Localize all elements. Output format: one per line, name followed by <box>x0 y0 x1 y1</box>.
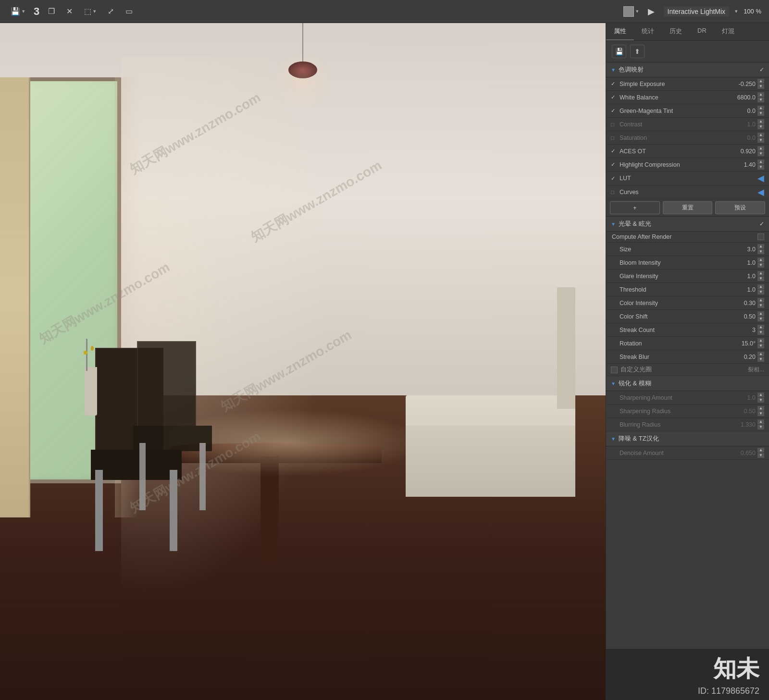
bloom-intensity-stepper[interactable]: ▲ ▼ <box>757 258 764 268</box>
highlight-comp-up[interactable]: ▲ <box>757 160 764 164</box>
threshold-value: 1.0 <box>724 286 757 293</box>
denoise-amount-down[interactable]: ▼ <box>757 453 764 458</box>
select-button[interactable]: ⬚ ▾ <box>81 5 99 18</box>
threshold-down[interactable]: ▼ <box>757 290 764 295</box>
duplicate-icon: ❐ <box>48 7 55 16</box>
rotation-stepper[interactable]: ▲ ▼ <box>757 338 764 348</box>
gm-tint-stepper[interactable]: ▲ ▼ <box>757 106 764 116</box>
size-up[interactable]: ▲ <box>757 244 764 249</box>
size-down[interactable]: ▼ <box>757 249 764 254</box>
saturation-check[interactable]: □ <box>611 135 619 141</box>
section-denoise[interactable]: ▼ 降噪 & TZ汉化 <box>606 431 769 446</box>
panel-load-button[interactable]: ⬆ <box>630 45 645 58</box>
tab-lightmix[interactable]: 灯混 <box>714 23 742 40</box>
aces-ot-stepper[interactable]: ▲ ▼ <box>757 146 764 156</box>
expand-button[interactable]: ⤢ <box>105 5 117 18</box>
size-stepper[interactable]: ▲ ▼ <box>757 244 764 254</box>
blurring-radius-up[interactable]: ▲ <box>757 419 764 424</box>
rotation-down[interactable]: ▼ <box>757 344 764 348</box>
contrast-up[interactable]: ▲ <box>757 119 764 124</box>
streak-blur-stepper[interactable]: ▲ ▼ <box>757 352 764 362</box>
contrast-check[interactable]: □ <box>611 122 619 127</box>
bloom-intensity-up[interactable]: ▲ <box>757 258 764 262</box>
glare-intensity-stepper[interactable]: ▲ ▼ <box>757 271 764 281</box>
aces-ot-down[interactable]: ▼ <box>757 151 764 156</box>
curves-color-indicator[interactable]: ◀ <box>757 187 764 197</box>
streak-blur-up[interactable]: ▲ <box>757 352 764 356</box>
section-sharpen-blur[interactable]: ▼ 锐化 & 模糊 <box>606 376 769 391</box>
tab-properties[interactable]: 属性 <box>606 23 634 40</box>
saturation-stepper[interactable]: ▲ ▼ <box>757 133 764 143</box>
glare-intensity-down[interactable]: ▼ <box>757 276 764 281</box>
color-shift-down[interactable]: ▼ <box>757 317 764 321</box>
sharpening-amount-down[interactable]: ▼ <box>757 398 764 403</box>
simple-exposure-down[interactable]: ▼ <box>757 84 764 89</box>
preset-button[interactable]: 预设 <box>715 201 765 214</box>
white-balance-down[interactable]: ▼ <box>757 98 764 102</box>
tab-dr[interactable]: DR <box>690 23 714 40</box>
sharpening-amount-stepper[interactable]: ▲ ▼ <box>757 393 764 403</box>
color-shift-up[interactable]: ▲ <box>757 311 764 316</box>
color-intensity-down[interactable]: ▼ <box>757 303 764 308</box>
threshold-stepper[interactable]: ▲ ▼ <box>757 284 764 295</box>
section-tone-mapping[interactable]: ▼ 色调映射 ✓ <box>606 62 769 77</box>
gm-tint-check[interactable]: ✓ <box>611 108 619 114</box>
layout-button[interactable]: ▭ <box>123 5 136 18</box>
play-button[interactable]: ▶ <box>645 5 658 18</box>
lut-check[interactable]: ✓ <box>611 175 619 182</box>
glare-intensity-up[interactable]: ▲ <box>757 271 764 276</box>
aperture-checkbox[interactable] <box>611 367 618 373</box>
denoise-amount-stepper[interactable]: ▲ ▼ <box>757 448 764 458</box>
bloom-intensity-down[interactable]: ▼ <box>757 263 764 268</box>
sharpening-radius-up[interactable]: ▲ <box>757 406 764 411</box>
aces-ot-check[interactable]: ✓ <box>611 148 619 154</box>
curves-check[interactable]: □ <box>611 189 619 195</box>
contrast-stepper[interactable]: ▲ ▼ <box>757 119 764 129</box>
streak-count-up[interactable]: ▲ <box>757 325 764 330</box>
simple-exposure-stepper[interactable]: ▲ ▼ <box>757 79 764 89</box>
highlight-comp-stepper[interactable]: ▲ ▼ <box>757 160 764 170</box>
sharpening-radius-down[interactable]: ▼ <box>757 411 764 416</box>
color-shift-stepper[interactable]: ▲ ▼ <box>757 311 764 321</box>
sharpening-amount-up[interactable]: ▲ <box>757 393 764 397</box>
tab-history[interactable]: 历史 <box>662 23 690 40</box>
gm-tint-down[interactable]: ▼ <box>757 111 764 116</box>
close-button[interactable]: ✕ <box>63 5 75 18</box>
lut-color-indicator[interactable]: ◀ <box>757 173 764 184</box>
white-balance-up[interactable]: ▲ <box>757 92 764 97</box>
add-button[interactable]: + <box>610 201 660 214</box>
streak-count-stepper[interactable]: ▲ ▼ <box>757 325 764 335</box>
saturation-down[interactable]: ▼ <box>757 138 764 143</box>
gm-tint-up[interactable]: ▲ <box>757 106 764 111</box>
blurring-radius-down[interactable]: ▼ <box>757 425 764 430</box>
contrast-down[interactable]: ▼ <box>757 124 764 129</box>
section-bloom-glare[interactable]: ▼ 光晕 & 眩光 ✓ <box>606 217 769 232</box>
white-balance-stepper[interactable]: ▲ ▼ <box>757 92 764 102</box>
rotation-up[interactable]: ▲ <box>757 338 764 343</box>
reset-button[interactable]: 重置 <box>663 201 713 214</box>
threshold-up[interactable]: ▲ <box>757 284 764 289</box>
saturation-up[interactable]: ▲ <box>757 133 764 137</box>
aces-ot-up[interactable]: ▲ <box>757 146 764 151</box>
color-swatch[interactable] <box>623 6 634 17</box>
panel-save-button[interactable]: 💾 <box>612 45 626 58</box>
highlight-comp-check[interactable]: ✓ <box>611 161 619 168</box>
aperture-link[interactable]: 裂相... <box>748 366 764 374</box>
highlight-comp-down[interactable]: ▼ <box>757 165 764 170</box>
streak-blur-down[interactable]: ▼ <box>757 357 764 362</box>
duplicate-button[interactable]: ❐ <box>45 5 58 18</box>
color-intensity-stepper[interactable]: ▲ ▼ <box>757 298 764 308</box>
color-intensity-up[interactable]: ▲ <box>757 298 764 303</box>
save-button[interactable]: 💾 ▾ <box>8 5 28 18</box>
streak-count-down[interactable]: ▼ <box>757 330 764 335</box>
simple-exposure-check[interactable]: ✓ <box>611 81 619 87</box>
white-balance-label: White Balance <box>619 94 724 101</box>
panel-scroll[interactable]: ▼ 色调映射 ✓ ✓ Simple Exposure -0.250 ▲ ▼ ✓ … <box>606 62 769 649</box>
compute-checkbox[interactable] <box>757 233 764 240</box>
sharpening-radius-stepper[interactable]: ▲ ▼ <box>757 406 764 416</box>
denoise-amount-up[interactable]: ▲ <box>757 448 764 453</box>
blurring-radius-stepper[interactable]: ▲ ▼ <box>757 419 764 430</box>
white-balance-check[interactable]: ✓ <box>611 94 619 100</box>
simple-exposure-up[interactable]: ▲ <box>757 79 764 84</box>
tab-stats[interactable]: 统计 <box>634 23 662 40</box>
